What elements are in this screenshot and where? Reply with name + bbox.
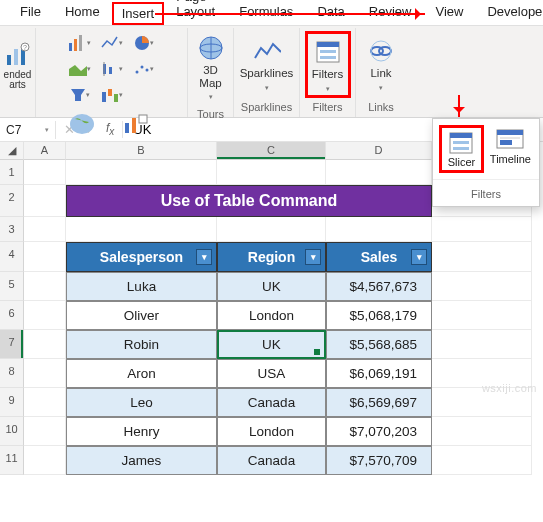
chart-line-icon[interactable]: ▾: [98, 32, 126, 54]
col-D[interactable]: D: [326, 142, 432, 160]
annotation-arrow-1: [155, 13, 425, 15]
table-cell[interactable]: Henry: [66, 417, 217, 446]
table-cell[interactable]: Canada: [217, 388, 326, 417]
header-sales[interactable]: Sales: [326, 242, 432, 272]
svg-text:?: ?: [23, 44, 27, 51]
header-region[interactable]: Region: [217, 242, 326, 272]
sparkline-icon: [253, 37, 281, 65]
chart-area-icon[interactable]: ▾: [66, 58, 94, 80]
table-cell[interactable]: USA: [217, 359, 326, 388]
svg-rect-39: [497, 130, 523, 135]
table-cell[interactable]: London: [217, 301, 326, 330]
svg-rect-11: [109, 67, 112, 74]
tab-view[interactable]: View: [423, 0, 475, 25]
chart-funnel-icon[interactable]: ▾: [66, 84, 94, 106]
link-button[interactable]: Link▾: [358, 33, 404, 96]
links-group-label: Links: [362, 99, 400, 117]
slicer-option[interactable]: Slicer: [439, 125, 484, 173]
table-cell[interactable]: James: [66, 446, 217, 475]
table-cell[interactable]: UK: [217, 272, 326, 301]
timeline-label: Timeline: [490, 153, 531, 165]
table-cell[interactable]: $5,568,685: [326, 330, 432, 359]
tab-file[interactable]: File: [8, 0, 53, 25]
svg-rect-7: [79, 35, 82, 51]
row-5[interactable]: 5: [0, 272, 24, 301]
table-cell[interactable]: Luka: [66, 272, 217, 301]
table-cell[interactable]: Leo: [66, 388, 217, 417]
svg-point-14: [140, 66, 143, 69]
title-cell: Use of Table Command: [66, 185, 432, 217]
filter-icon[interactable]: [411, 249, 427, 265]
chart-bar-icon[interactable]: ▾: [66, 32, 94, 54]
svg-rect-19: [114, 94, 118, 102]
row-7[interactable]: 7: [0, 330, 24, 359]
table-cell[interactable]: Canada: [217, 446, 326, 475]
col-C[interactable]: C: [217, 142, 326, 160]
svg-rect-36: [453, 141, 469, 144]
slicer-icon: [446, 130, 476, 156]
row-2[interactable]: 2: [0, 185, 24, 217]
timeline-option[interactable]: Timeline: [488, 125, 533, 173]
svg-point-15: [145, 69, 148, 72]
table-cell[interactable]: $6,069,191: [326, 359, 432, 388]
filter-icon[interactable]: [196, 249, 212, 265]
svg-point-32: [379, 47, 391, 55]
filter-icon[interactable]: [305, 249, 321, 265]
svg-marker-9: [69, 65, 87, 76]
ribbon: ? endedarts ▾ ▾ ▾ ▾ ▾ ▾ ▾ ▾ Maps▾: [0, 26, 543, 118]
chart-pie-icon[interactable]: ▾: [130, 32, 158, 54]
svg-rect-17: [102, 92, 106, 102]
table-cell[interactable]: Robin: [66, 330, 217, 359]
tab-home[interactable]: Home: [53, 0, 112, 25]
row-9[interactable]: 9: [0, 388, 24, 417]
svg-point-13: [135, 71, 138, 74]
svg-rect-1: [14, 49, 18, 65]
chart-scatter-icon[interactable]: ▾: [130, 58, 158, 80]
col-A[interactable]: A: [24, 142, 66, 160]
table-cell[interactable]: London: [217, 417, 326, 446]
recommended-charts-icon: ?: [4, 40, 32, 68]
table-cell[interactable]: Oliver: [66, 301, 217, 330]
table-cell[interactable]: Aron: [66, 359, 217, 388]
tab-developer[interactable]: Developer: [475, 0, 543, 25]
filters-button[interactable]: Filters▾: [305, 31, 351, 98]
map3d-button[interactable]: 3D Map▾: [188, 30, 234, 106]
row-4[interactable]: 4: [0, 242, 24, 272]
table-cell[interactable]: $5,068,179: [326, 301, 432, 330]
link-icon: [367, 37, 395, 65]
row-10[interactable]: 10: [0, 417, 24, 446]
watermark: wsxiji.com: [482, 382, 537, 394]
select-all-corner[interactable]: ◢: [0, 142, 24, 160]
table-cell[interactable]: $7,070,203: [326, 417, 432, 446]
active-cell[interactable]: UK: [217, 330, 326, 359]
chart-stat-icon[interactable]: ▾: [98, 58, 126, 80]
table-cell[interactable]: $6,569,697: [326, 388, 432, 417]
fill-handle[interactable]: [314, 349, 320, 355]
annotation-arrow-2: [458, 95, 460, 117]
slicer-icon: [314, 38, 342, 66]
svg-rect-37: [453, 147, 469, 150]
col-B[interactable]: B: [66, 142, 217, 160]
filters-group-label: Filters: [306, 99, 349, 117]
header-salesperson[interactable]: Salesperson: [66, 242, 217, 272]
row-8[interactable]: 8: [0, 359, 24, 388]
svg-rect-30: [320, 56, 336, 59]
table-cell[interactable]: $7,570,709: [326, 446, 432, 475]
table-cell[interactable]: $4,567,673: [326, 272, 432, 301]
row-6[interactable]: 6: [0, 301, 24, 330]
svg-rect-40: [500, 140, 512, 145]
row-11[interactable]: 11: [0, 446, 24, 475]
sparklines-button[interactable]: Sparklines▾: [240, 33, 293, 96]
row-3[interactable]: 3: [0, 217, 24, 242]
row-1[interactable]: 1: [0, 160, 24, 185]
svg-marker-16: [71, 89, 85, 101]
pivotchart-icon: [122, 110, 150, 138]
recommended-charts-button[interactable]: ? endedarts: [0, 36, 41, 94]
charts-gallery[interactable]: ▾ ▾ ▾ ▾ ▾ ▾ ▾ ▾: [66, 32, 158, 106]
svg-rect-5: [69, 43, 72, 51]
sparklines-group-label: Sparklines: [240, 99, 293, 117]
chart-waterfall-icon[interactable]: ▾: [98, 84, 126, 106]
map-icon: [68, 110, 96, 138]
svg-point-33: [371, 41, 391, 61]
svg-rect-18: [108, 89, 112, 96]
